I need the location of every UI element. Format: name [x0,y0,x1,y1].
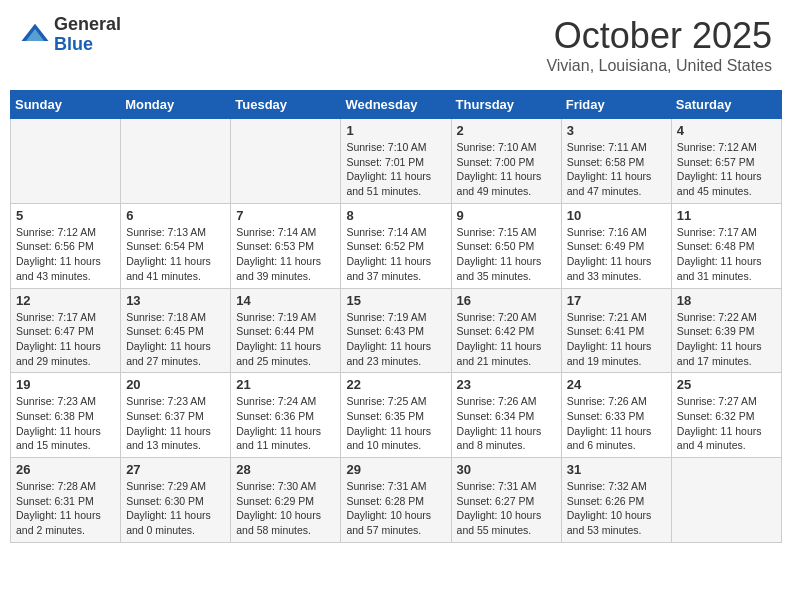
calendar-cell: 12Sunrise: 7:17 AM Sunset: 6:47 PM Dayli… [11,288,121,373]
calendar-week-5: 26Sunrise: 7:28 AM Sunset: 6:31 PM Dayli… [11,458,782,543]
calendar-cell: 17Sunrise: 7:21 AM Sunset: 6:41 PM Dayli… [561,288,671,373]
day-number: 28 [236,462,335,477]
day-number: 27 [126,462,225,477]
calendar-cell: 21Sunrise: 7:24 AM Sunset: 6:36 PM Dayli… [231,373,341,458]
calendar-cell: 13Sunrise: 7:18 AM Sunset: 6:45 PM Dayli… [121,288,231,373]
calendar-cell: 6Sunrise: 7:13 AM Sunset: 6:54 PM Daylig… [121,203,231,288]
day-info: Sunrise: 7:14 AM Sunset: 6:52 PM Dayligh… [346,225,445,284]
calendar-cell: 15Sunrise: 7:19 AM Sunset: 6:43 PM Dayli… [341,288,451,373]
day-number: 3 [567,123,666,138]
day-number: 4 [677,123,776,138]
weekday-header-row: SundayMondayTuesdayWednesdayThursdayFrid… [11,91,782,119]
calendar-cell: 5Sunrise: 7:12 AM Sunset: 6:56 PM Daylig… [11,203,121,288]
calendar-cell: 20Sunrise: 7:23 AM Sunset: 6:37 PM Dayli… [121,373,231,458]
day-info: Sunrise: 7:19 AM Sunset: 6:44 PM Dayligh… [236,310,335,369]
day-number: 11 [677,208,776,223]
calendar-cell: 18Sunrise: 7:22 AM Sunset: 6:39 PM Dayli… [671,288,781,373]
day-info: Sunrise: 7:25 AM Sunset: 6:35 PM Dayligh… [346,394,445,453]
day-info: Sunrise: 7:23 AM Sunset: 6:37 PM Dayligh… [126,394,225,453]
weekday-header-thursday: Thursday [451,91,561,119]
day-number: 14 [236,293,335,308]
calendar-cell: 24Sunrise: 7:26 AM Sunset: 6:33 PM Dayli… [561,373,671,458]
day-info: Sunrise: 7:26 AM Sunset: 6:33 PM Dayligh… [567,394,666,453]
day-number: 8 [346,208,445,223]
day-number: 31 [567,462,666,477]
day-info: Sunrise: 7:23 AM Sunset: 6:38 PM Dayligh… [16,394,115,453]
calendar-cell: 16Sunrise: 7:20 AM Sunset: 6:42 PM Dayli… [451,288,561,373]
weekday-header-sunday: Sunday [11,91,121,119]
logo-general-text: General [54,15,121,35]
day-info: Sunrise: 7:17 AM Sunset: 6:48 PM Dayligh… [677,225,776,284]
day-number: 26 [16,462,115,477]
calendar-week-1: 1Sunrise: 7:10 AM Sunset: 7:01 PM Daylig… [11,119,782,204]
calendar-cell: 30Sunrise: 7:31 AM Sunset: 6:27 PM Dayli… [451,458,561,543]
day-number: 10 [567,208,666,223]
calendar-cell: 23Sunrise: 7:26 AM Sunset: 6:34 PM Dayli… [451,373,561,458]
calendar-week-2: 5Sunrise: 7:12 AM Sunset: 6:56 PM Daylig… [11,203,782,288]
calendar-cell: 3Sunrise: 7:11 AM Sunset: 6:58 PM Daylig… [561,119,671,204]
calendar-cell: 29Sunrise: 7:31 AM Sunset: 6:28 PM Dayli… [341,458,451,543]
day-info: Sunrise: 7:26 AM Sunset: 6:34 PM Dayligh… [457,394,556,453]
weekday-header-tuesday: Tuesday [231,91,341,119]
day-number: 5 [16,208,115,223]
calendar-cell: 10Sunrise: 7:16 AM Sunset: 6:49 PM Dayli… [561,203,671,288]
day-info: Sunrise: 7:17 AM Sunset: 6:47 PM Dayligh… [16,310,115,369]
calendar-cell [11,119,121,204]
calendar-cell: 19Sunrise: 7:23 AM Sunset: 6:38 PM Dayli… [11,373,121,458]
day-number: 18 [677,293,776,308]
calendar-cell: 4Sunrise: 7:12 AM Sunset: 6:57 PM Daylig… [671,119,781,204]
title-block: October 2025 Vivian, Louisiana, United S… [546,15,772,75]
calendar-week-4: 19Sunrise: 7:23 AM Sunset: 6:38 PM Dayli… [11,373,782,458]
day-number: 7 [236,208,335,223]
weekday-header-saturday: Saturday [671,91,781,119]
day-info: Sunrise: 7:27 AM Sunset: 6:32 PM Dayligh… [677,394,776,453]
day-number: 30 [457,462,556,477]
calendar-cell: 14Sunrise: 7:19 AM Sunset: 6:44 PM Dayli… [231,288,341,373]
day-number: 19 [16,377,115,392]
calendar-cell: 31Sunrise: 7:32 AM Sunset: 6:26 PM Dayli… [561,458,671,543]
calendar-cell: 26Sunrise: 7:28 AM Sunset: 6:31 PM Dayli… [11,458,121,543]
location-subtitle: Vivian, Louisiana, United States [546,57,772,75]
day-number: 17 [567,293,666,308]
calendar-cell: 28Sunrise: 7:30 AM Sunset: 6:29 PM Dayli… [231,458,341,543]
logo: General Blue [20,15,121,55]
day-info: Sunrise: 7:14 AM Sunset: 6:53 PM Dayligh… [236,225,335,284]
day-number: 21 [236,377,335,392]
calendar-cell: 11Sunrise: 7:17 AM Sunset: 6:48 PM Dayli… [671,203,781,288]
calendar-cell: 2Sunrise: 7:10 AM Sunset: 7:00 PM Daylig… [451,119,561,204]
logo-blue-text: Blue [54,35,121,55]
day-number: 24 [567,377,666,392]
day-number: 13 [126,293,225,308]
calendar-cell: 22Sunrise: 7:25 AM Sunset: 6:35 PM Dayli… [341,373,451,458]
calendar-cell [121,119,231,204]
day-info: Sunrise: 7:10 AM Sunset: 7:00 PM Dayligh… [457,140,556,199]
calendar-cell: 8Sunrise: 7:14 AM Sunset: 6:52 PM Daylig… [341,203,451,288]
day-number: 6 [126,208,225,223]
day-number: 2 [457,123,556,138]
day-info: Sunrise: 7:30 AM Sunset: 6:29 PM Dayligh… [236,479,335,538]
day-number: 12 [16,293,115,308]
day-info: Sunrise: 7:12 AM Sunset: 6:56 PM Dayligh… [16,225,115,284]
calendar-week-3: 12Sunrise: 7:17 AM Sunset: 6:47 PM Dayli… [11,288,782,373]
day-number: 22 [346,377,445,392]
day-info: Sunrise: 7:19 AM Sunset: 6:43 PM Dayligh… [346,310,445,369]
day-info: Sunrise: 7:10 AM Sunset: 7:01 PM Dayligh… [346,140,445,199]
day-number: 9 [457,208,556,223]
weekday-header-monday: Monday [121,91,231,119]
day-number: 25 [677,377,776,392]
calendar-table: SundayMondayTuesdayWednesdayThursdayFrid… [10,90,782,543]
day-info: Sunrise: 7:12 AM Sunset: 6:57 PM Dayligh… [677,140,776,199]
day-number: 16 [457,293,556,308]
day-info: Sunrise: 7:28 AM Sunset: 6:31 PM Dayligh… [16,479,115,538]
day-info: Sunrise: 7:20 AM Sunset: 6:42 PM Dayligh… [457,310,556,369]
day-info: Sunrise: 7:15 AM Sunset: 6:50 PM Dayligh… [457,225,556,284]
day-number: 15 [346,293,445,308]
page-header: General Blue October 2025 Vivian, Louisi… [10,10,782,80]
day-info: Sunrise: 7:16 AM Sunset: 6:49 PM Dayligh… [567,225,666,284]
day-info: Sunrise: 7:18 AM Sunset: 6:45 PM Dayligh… [126,310,225,369]
day-info: Sunrise: 7:21 AM Sunset: 6:41 PM Dayligh… [567,310,666,369]
day-number: 23 [457,377,556,392]
calendar-cell: 25Sunrise: 7:27 AM Sunset: 6:32 PM Dayli… [671,373,781,458]
day-number: 1 [346,123,445,138]
weekday-header-friday: Friday [561,91,671,119]
